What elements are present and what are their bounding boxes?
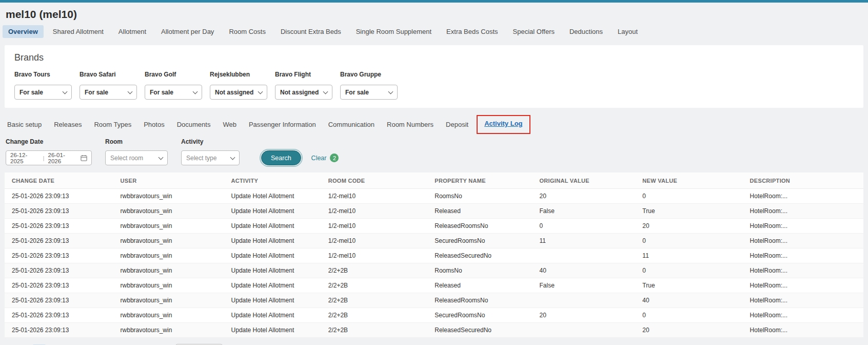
cell-change-date: 25-01-2026 23:09:13 [5,308,116,323]
cell-activity: Update Hotel Allotment [227,323,324,338]
hotel-overview-page: mel10 (mel10) OverviewShared AllotmentAl… [0,3,868,345]
sub-tab-room-types[interactable]: Room Types [90,119,135,130]
sub-tab-activity-log[interactable]: Activity Log [480,118,526,129]
cell-property-name: ReleasedSecuredNo [430,323,535,338]
search-button[interactable]: Search [261,150,301,165]
column-header-change-date: CHANGE DATE [5,172,116,189]
cell-original-value: 20 [535,189,638,204]
cell-user: rwbbravotours_win [116,248,227,263]
brand-select-bravo-golf[interactable]: For sale [145,85,202,100]
cell-property-name: RoomsNo [430,263,535,278]
column-header-room-code: ROOM CODE [324,172,431,189]
cell-user: rwbbravotours_win [116,308,227,323]
brands-card: Brands Bravo ToursFor saleBravo SafariFo… [5,45,863,108]
brand-bravo-safari: Bravo SafariFor sale [80,71,145,100]
top-tab-extra-beds-costs[interactable]: Extra Beds Costs [441,25,503,38]
brand-select-value: For sale [150,89,173,96]
activity-type-select[interactable]: Select type [181,150,240,165]
brand-select-bravo-safari[interactable]: For sale [80,85,137,100]
cell-user: rwbbravotours_win [116,204,227,219]
date-range-input[interactable]: 26-12-2025 | 26-01-2026 [6,150,92,165]
brand-select-bravo-gruppe[interactable]: For sale [340,85,398,100]
cell-original-value [535,323,638,338]
room-select[interactable]: Select room [105,150,168,165]
sub-tab-room-numbers[interactable]: Room Numbers [383,119,438,130]
filter-count-badge: 2 [330,154,339,162]
sub-tab-web[interactable]: Web [219,119,241,130]
cell-room-code: 1/2-mel10 [324,248,431,263]
top-tab-single-room-supplement[interactable]: Single Room Supplement [350,25,437,38]
sub-tab-basic-setup[interactable]: Basic setup [3,119,46,130]
sub-tab-photos[interactable]: Photos [140,119,168,130]
table-row[interactable]: 25-01-2026 23:09:13rwbbravotours_winUpda… [5,308,863,323]
table-row[interactable]: 25-01-2026 23:09:13rwbbravotours_winUpda… [5,278,863,293]
brand-select-bravo-tours[interactable]: For sale [14,85,72,100]
cell-property-name: RoomsNo [430,189,535,204]
sub-tab-bar: Basic setupReleasesRoom TypesPhotosDocum… [0,108,868,137]
cell-new-value: True [638,204,745,219]
table-row[interactable]: 25-01-2026 23:09:13rwbbravotours_winUpda… [5,293,863,308]
cell-property-name: SecuredRoomsNo [430,308,535,323]
calendar-icon[interactable] [81,155,87,161]
cell-room-code: 2/2+2B [324,293,431,308]
chevron-down-icon [128,89,133,94]
top-tab-allotment[interactable]: Allotment [113,25,152,38]
brand-select-value: For sale [345,89,369,96]
brand-select-bravo-flight[interactable]: Not assigned [275,85,332,100]
top-tab-discount-extra-beds[interactable]: Discount Extra Beds [275,25,347,38]
cell-description: HotelRoom:... [746,323,863,338]
cell-activity: Update Hotel Allotment [227,293,324,308]
filter-bar: Change Date 26-12-2025 | 26-01-2026 Room [0,137,868,171]
table-row[interactable]: 25-01-2026 23:09:13rwbbravotours_winUpda… [5,189,863,204]
cell-description: HotelRoom:... [746,219,863,234]
activity-label: Activity [181,138,240,145]
cell-description: HotelRoom:... [746,189,863,204]
top-tab-overview[interactable]: Overview [3,25,44,38]
cell-change-date: 25-01-2026 23:09:13 [5,248,116,263]
sub-tab-releases[interactable]: Releases [50,119,86,130]
brand-name-label: Bravo Gruppe [340,71,405,78]
table-row[interactable]: 25-01-2026 23:09:13rwbbravotours_winUpda… [5,248,863,263]
top-tab-room-costs[interactable]: Room Costs [223,25,271,38]
page-title: mel10 (mel10) [0,3,868,25]
table-row[interactable]: 25-01-2026 23:09:13rwbbravotours_winUpda… [5,204,863,219]
cell-property-name: Released [430,204,535,219]
top-tab-special-offers[interactable]: Special Offers [507,25,560,38]
cell-new-value: 0 [638,308,745,323]
sub-tab-passenger-information[interactable]: Passenger Information [245,119,320,130]
date-from-value: 26-12-2025 [10,152,40,164]
cell-user: rwbbravotours_win [116,234,227,248]
brand-rejseklubben: RejseklubbenNot assigned [210,71,275,100]
top-tab-layout[interactable]: Layout [612,25,643,38]
brand-select-rejseklubben[interactable]: Not assigned [210,85,267,100]
top-tab-allotment-per-day[interactable]: Allotment per Day [155,25,220,38]
cell-room-code: 1/2-mel10 [324,189,431,204]
chevron-down-icon [193,89,198,94]
cell-change-date: 25-01-2026 23:09:13 [5,323,116,338]
brand-name-label: Bravo Golf [145,71,210,78]
cell-room-code: 2/2+2B [324,308,431,323]
chevron-down-icon [388,89,393,94]
cell-new-value: 20 [638,219,745,234]
chevron-down-icon [323,89,328,94]
cell-original-value: 20 [535,308,638,323]
clear-button[interactable]: Clear [311,155,327,162]
top-tab-shared-allotment[interactable]: Shared Allotment [47,25,109,38]
filter-activity: Activity Select type [181,138,240,165]
brand-select-value: Not assigned [280,89,319,96]
brand-bravo-tours: Bravo ToursFor sale [14,71,80,100]
sub-tab-deposit[interactable]: Deposit [442,119,472,130]
activity-log-table-card: CHANGE DATEUSERACTIVITYROOM CODEPROPERTY… [5,172,863,338]
top-tab-deductions[interactable]: Deductions [564,25,608,38]
brands-title: Brands [14,52,854,63]
sub-tab-documents[interactable]: Documents [173,119,215,130]
table-row[interactable]: 25-01-2026 23:09:13rwbbravotours_winUpda… [5,263,863,278]
date-to-value: 26-01-2026 [48,152,77,164]
cell-original-value: False [535,204,638,219]
sub-tab-communication[interactable]: Communication [324,119,379,130]
table-row[interactable]: 25-01-2026 23:09:13rwbbravotours_winUpda… [5,219,863,234]
table-row[interactable]: 25-01-2026 23:09:13rwbbravotours_winUpda… [5,323,863,338]
cell-user: rwbbravotours_win [116,219,227,234]
table-row[interactable]: 25-01-2026 23:09:13rwbbravotours_winUpda… [5,234,863,248]
brand-bravo-gruppe: Bravo GruppeFor sale [340,71,405,100]
